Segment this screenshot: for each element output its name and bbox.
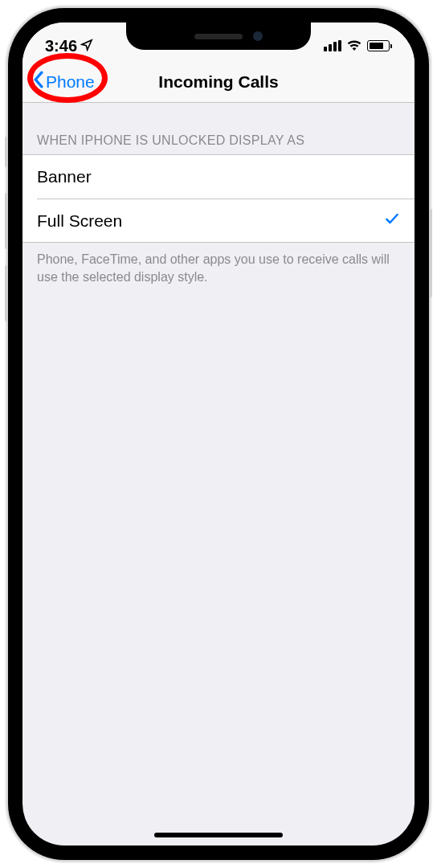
content-area: WHEN IPHONE IS UNLOCKED DISPLAY AS Banne… — [22, 103, 415, 293]
status-bar-right — [324, 39, 392, 54]
notch — [126, 23, 311, 50]
front-camera — [253, 31, 263, 41]
back-button-label: Phone — [46, 72, 95, 92]
status-bar-left: 3:46 — [45, 37, 93, 55]
status-time: 3:46 — [45, 37, 77, 55]
cellular-signal-icon — [324, 40, 341, 51]
option-banner[interactable]: Banner — [22, 155, 415, 199]
speaker-grille — [194, 34, 243, 39]
option-full-screen[interactable]: Full Screen — [37, 199, 415, 242]
battery-icon — [367, 40, 392, 51]
section-header: WHEN IPHONE IS UNLOCKED DISPLAY AS — [22, 103, 415, 154]
option-label: Banner — [37, 167, 92, 186]
chevron-left-icon — [32, 71, 44, 92]
volume-up-button — [5, 193, 8, 249]
device-frame: 3:46 — [8, 8, 429, 860]
option-label: Full Screen — [37, 211, 122, 231]
options-list: Banner Full Screen — [22, 154, 415, 243]
location-icon — [80, 39, 93, 54]
power-button — [429, 209, 432, 297]
navigation-bar: Phone Incoming Calls — [22, 61, 415, 103]
screen: 3:46 — [22, 23, 415, 845]
volume-down-button — [5, 265, 8, 321]
back-button[interactable]: Phone — [32, 71, 95, 92]
silence-switch — [5, 137, 8, 167]
section-footer: Phone, FaceTime, and other apps you use … — [22, 243, 415, 293]
wifi-icon — [346, 39, 362, 54]
home-indicator[interactable] — [154, 833, 283, 837]
checkmark-icon — [384, 211, 400, 231]
